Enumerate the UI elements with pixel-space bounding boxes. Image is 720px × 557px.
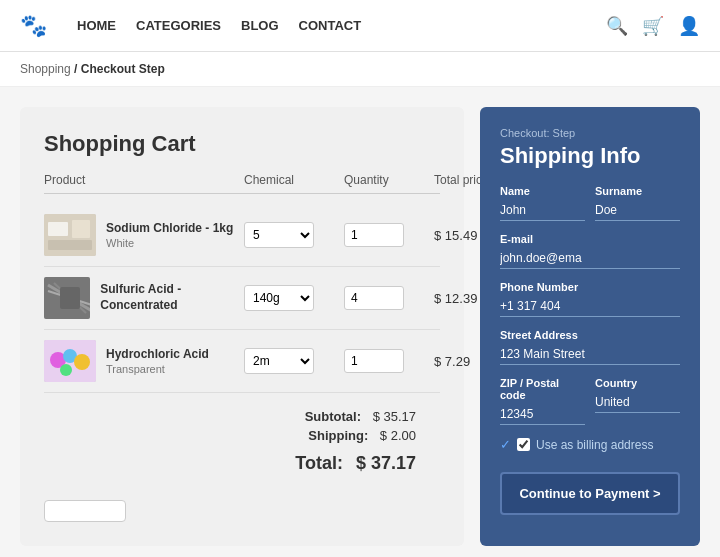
nav-home[interactable]: HOME [77, 18, 116, 33]
qty-cell-3[interactable] [344, 349, 434, 373]
country-label: Country [595, 377, 680, 389]
cart-table-header: Product Chemical Quantity Total price [44, 173, 440, 194]
country-select[interactable]: United United States United Kingdom Cana… [595, 392, 680, 413]
logo-icon: 🐾 [20, 13, 47, 39]
email-label: E-mail [500, 233, 680, 245]
product-image-2 [44, 277, 90, 319]
billing-label: Use as billing address [536, 438, 653, 452]
checkout-step-label: Checkout: Step [500, 127, 680, 139]
nav-contact[interactable]: CONTACT [299, 18, 362, 33]
email-row: E-mail [500, 233, 680, 269]
phone-row: Phone Number [500, 281, 680, 317]
back-button[interactable] [44, 500, 126, 522]
breadcrumb: Shopping / Checkout Step [0, 52, 720, 87]
product-sub-3: Transparent [106, 363, 209, 375]
order-summary: Subtotal: $ 35.17 Shipping: $ 2.00 Total… [44, 409, 440, 474]
table-row: Hydrochloric Acid Transparent 2m4m6m $ 7… [44, 330, 440, 393]
product-name-2: Sulfuric Acid - Concentrated [100, 282, 244, 313]
nav-blog[interactable]: BLOG [241, 18, 279, 33]
cart-icon[interactable]: 🛒 [642, 15, 664, 37]
breadcrumb-shopping[interactable]: Shopping [20, 62, 71, 76]
search-icon[interactable]: 🔍 [606, 15, 628, 37]
svg-rect-2 [72, 220, 90, 238]
country-group: Country United United States United King… [595, 377, 680, 425]
shipping-row: Shipping: $ 2.00 [44, 428, 416, 443]
phone-input[interactable] [500, 296, 680, 317]
header-icons: 🔍 🛒 👤 [606, 15, 700, 37]
chemical-select-cell-1[interactable]: 51020 [244, 222, 344, 248]
email-input[interactable] [500, 248, 680, 269]
cart-section: Shopping Cart Product Chemical Quantity … [20, 107, 464, 546]
product-image-1 [44, 214, 96, 256]
product-cell-3: Hydrochloric Acid Transparent [44, 340, 244, 382]
street-group: Street Address [500, 329, 680, 365]
chemical-select-1[interactable]: 51020 [244, 222, 314, 248]
billing-checkbox[interactable] [517, 438, 530, 451]
product-name-3: Hydrochloric Acid [106, 347, 209, 363]
shipping-label: Shipping: [298, 428, 368, 443]
qty-cell-1[interactable] [344, 223, 434, 247]
surname-group: Surname [595, 185, 680, 221]
street-input[interactable] [500, 344, 680, 365]
svg-rect-8 [60, 287, 80, 309]
phone-label: Phone Number [500, 281, 680, 293]
zip-label: ZIP / Postal code [500, 377, 585, 401]
name-group: Name [500, 185, 585, 221]
street-label: Street Address [500, 329, 680, 341]
shipping-title: Shipping Info [500, 143, 680, 169]
col-quantity: Quantity [344, 173, 434, 187]
qty-input-2[interactable] [344, 286, 404, 310]
qty-cell-2[interactable] [344, 286, 434, 310]
chemical-select-2[interactable]: 140g250g500g [244, 285, 314, 311]
main-nav: HOME CATEGORIES BLOG CONTACT [77, 18, 361, 33]
total-value: $ 37.17 [356, 453, 416, 473]
qty-input-3[interactable] [344, 349, 404, 373]
surname-label: Surname [595, 185, 680, 197]
breadcrumb-separator: / [71, 62, 81, 76]
nav-categories[interactable]: CATEGORIES [136, 18, 221, 33]
zip-input[interactable] [500, 404, 585, 425]
chemical-select-3[interactable]: 2m4m6m [244, 348, 314, 374]
email-group: E-mail [500, 233, 680, 269]
user-icon[interactable]: 👤 [678, 15, 700, 37]
phone-group: Phone Number [500, 281, 680, 317]
table-row: Sodium Chloride - 1kg White 51020 $ 15.4… [44, 204, 440, 267]
breadcrumb-current: Checkout Step [81, 62, 165, 76]
street-row: Street Address [500, 329, 680, 365]
zip-country-row: ZIP / Postal code Country United United … [500, 377, 680, 425]
qty-input-1[interactable] [344, 223, 404, 247]
name-input[interactable] [500, 200, 585, 221]
svg-rect-3 [48, 240, 92, 250]
header: 🐾 HOME CATEGORIES BLOG CONTACT 🔍 🛒 👤 [0, 0, 720, 52]
total-label: Total: [273, 453, 343, 474]
subtotal-label: Subtotal: [291, 409, 361, 424]
surname-input[interactable] [595, 200, 680, 221]
total-row: Total: $ 37.17 [44, 453, 416, 474]
svg-rect-1 [48, 222, 68, 236]
cart-button-row [44, 498, 440, 522]
product-name-1: Sodium Chloride - 1kg [106, 221, 233, 237]
product-image-3 [44, 340, 96, 382]
continue-payment-button[interactable]: Continue to Payment > [500, 472, 680, 515]
chemical-select-cell-3[interactable]: 2m4m6m [244, 348, 344, 374]
name-row: Name Surname [500, 185, 680, 221]
product-cell-2: Sulfuric Acid - Concentrated [44, 277, 244, 319]
main-content: Shopping Cart Product Chemical Quantity … [0, 87, 720, 557]
table-row: Sulfuric Acid - Concentrated 140g250g500… [44, 267, 440, 330]
shipping-section: Checkout: Step Shipping Info Name Surnam… [480, 107, 700, 546]
shipping-value: $ 2.00 [380, 428, 416, 443]
col-chemical: Chemical [244, 173, 344, 187]
cart-title: Shopping Cart [44, 131, 440, 157]
svg-point-12 [74, 354, 90, 370]
chemical-select-cell-2[interactable]: 140g250g500g [244, 285, 344, 311]
checkmark-icon: ✓ [500, 437, 511, 452]
name-label: Name [500, 185, 585, 197]
product-sub-1: White [106, 237, 233, 249]
col-product: Product [44, 173, 244, 187]
svg-point-13 [60, 364, 72, 376]
subtotal-row: Subtotal: $ 35.17 [44, 409, 416, 424]
product-cell-1: Sodium Chloride - 1kg White [44, 214, 244, 256]
zip-group: ZIP / Postal code [500, 377, 585, 425]
subtotal-value: $ 35.17 [373, 409, 416, 424]
billing-checkbox-row: ✓ Use as billing address [500, 437, 680, 452]
